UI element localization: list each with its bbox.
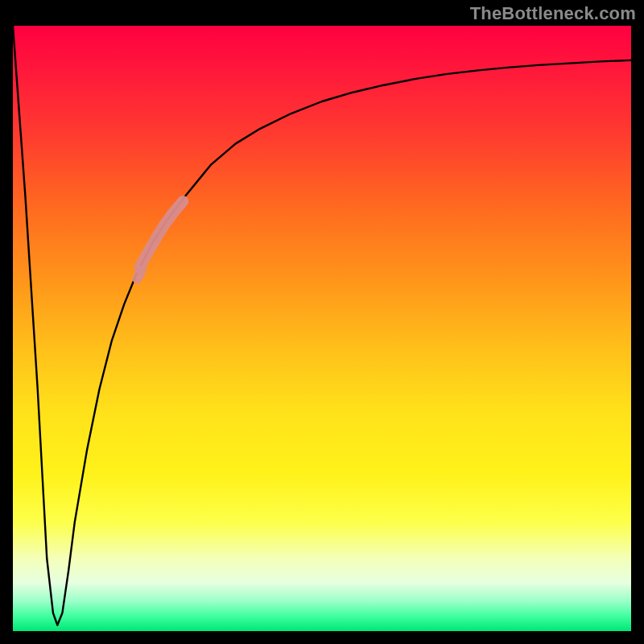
attribution-text: TheBottleneck.com (470, 3, 636, 24)
chart-svg (13, 26, 631, 631)
plot-outer-frame (13, 26, 631, 631)
chart-container: TheBottleneck.com (0, 0, 644, 644)
highlight-segment (137, 201, 183, 279)
bottleneck-curve (13, 26, 631, 625)
